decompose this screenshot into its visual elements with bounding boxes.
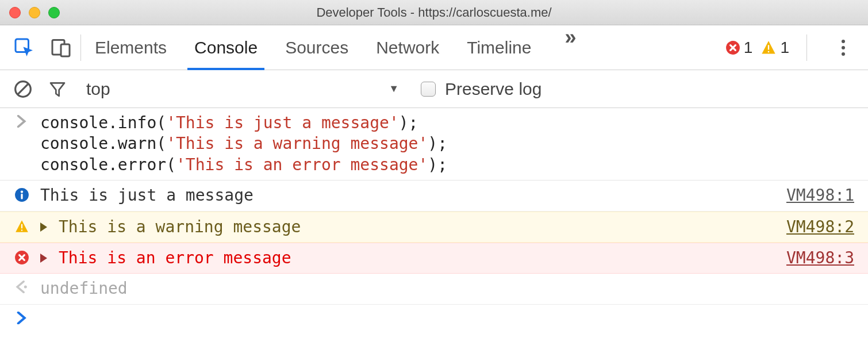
code-token: console.info xyxy=(40,113,156,132)
console-output: console.info('This is just a message'); … xyxy=(0,108,868,329)
console-message-error: This is an error message VM498:3 xyxy=(0,243,868,274)
console-message-info: This is just a message VM498:1 xyxy=(0,181,868,211)
close-window-button[interactable] xyxy=(9,7,21,18)
clear-console-icon[interactable] xyxy=(14,80,32,98)
preserve-log-label: Preserve log xyxy=(445,79,541,99)
error-badge-icon xyxy=(725,40,740,55)
panel-tabs: Elements Console Sources Network Timelin… xyxy=(95,25,725,70)
tab-console[interactable]: Console xyxy=(194,25,258,70)
console-return-value: undefined xyxy=(0,274,868,304)
svg-rect-12 xyxy=(21,229,22,231)
message-source-link[interactable]: VM498:3 xyxy=(786,248,854,268)
warning-counter[interactable]: 1 xyxy=(761,39,789,57)
filter-icon[interactable] xyxy=(48,80,67,98)
svg-point-9 xyxy=(21,191,23,193)
devtools-tabbar: Elements Console Sources Network Timelin… xyxy=(0,25,868,70)
code-token: console.warn xyxy=(40,134,156,153)
message-text: This is just a message xyxy=(40,185,778,206)
tab-sources[interactable]: Sources xyxy=(285,25,348,70)
svg-line-7 xyxy=(18,83,29,94)
svg-rect-11 xyxy=(21,224,22,228)
error-count: 1 xyxy=(744,39,753,57)
return-chevron-icon xyxy=(16,281,28,293)
console-toolbar: top ▼ Preserve log xyxy=(0,70,868,108)
input-chevron-icon xyxy=(17,115,27,128)
console-prompt[interactable] xyxy=(0,305,868,329)
message-text: This is an error message xyxy=(59,248,778,268)
svg-rect-4 xyxy=(768,45,769,49)
minimize-window-button[interactable] xyxy=(29,7,40,18)
code-token: 'This is an error message' xyxy=(176,155,428,174)
code-token: 'This is just a message' xyxy=(166,113,399,132)
expand-stack-icon[interactable] xyxy=(40,254,47,263)
code-token: 'This is a warning message' xyxy=(166,134,428,153)
window-titlebar: Developer Tools - https://carloscuesta.m… xyxy=(0,0,868,25)
error-icon xyxy=(14,250,29,265)
chevron-down-icon: ▼ xyxy=(389,83,405,95)
inspect-element-icon[interactable] xyxy=(14,37,34,58)
code-token: console.error xyxy=(40,155,166,174)
prompt-chevron-icon xyxy=(17,312,27,324)
message-text: This is a warning message xyxy=(59,217,778,237)
divider xyxy=(80,34,81,61)
svg-rect-10 xyxy=(21,194,22,199)
message-source-link[interactable]: VM498:1 xyxy=(786,185,854,206)
svg-point-14 xyxy=(24,286,27,289)
svg-rect-2 xyxy=(61,44,70,56)
preserve-log-toggle[interactable]: Preserve log xyxy=(421,79,541,99)
device-toggle-icon[interactable] xyxy=(51,37,71,58)
window-controls xyxy=(0,7,60,18)
warning-badge-icon xyxy=(761,40,777,56)
window-title: Developer Tools - https://carloscuesta.m… xyxy=(0,5,868,20)
message-source-link[interactable]: VM498:2 xyxy=(786,217,854,237)
tab-timeline[interactable]: Timeline xyxy=(467,25,531,70)
return-value-text: undefined xyxy=(40,278,854,299)
more-tabs-button[interactable]: » xyxy=(559,25,582,70)
console-message-warn: This is a warning message VM498:2 xyxy=(0,212,868,243)
info-icon xyxy=(14,187,29,202)
zoom-window-button[interactable] xyxy=(48,7,60,18)
warning-count: 1 xyxy=(780,39,789,57)
error-counter[interactable]: 1 xyxy=(725,39,753,57)
execution-context-label: top xyxy=(86,79,110,99)
tab-network[interactable]: Network xyxy=(376,25,439,70)
console-input-echo: console.info('This is just a message'); … xyxy=(0,108,868,181)
expand-stack-icon[interactable] xyxy=(40,222,47,232)
execution-context-selector[interactable]: top ▼ xyxy=(83,79,405,99)
warning-icon xyxy=(14,219,29,234)
tab-elements[interactable]: Elements xyxy=(95,25,167,70)
devtools-menu-button[interactable] xyxy=(836,34,851,62)
preserve-log-checkbox[interactable] xyxy=(421,82,436,97)
divider xyxy=(806,34,807,61)
svg-rect-5 xyxy=(768,51,769,52)
